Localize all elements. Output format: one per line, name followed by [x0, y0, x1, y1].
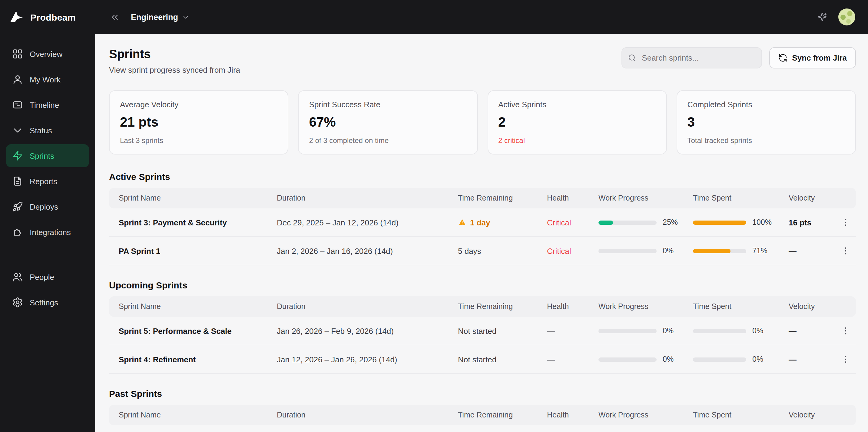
- sprint-name: Sprint 4: Refinement: [109, 355, 277, 364]
- header-controls: Sync from Jira: [621, 47, 856, 68]
- sidebar-item-deploys[interactable]: Deploys: [6, 195, 89, 218]
- main-content: Sprints View sprint progress synced from…: [95, 34, 868, 432]
- section-title: Upcoming Sprints: [109, 280, 856, 290]
- sync-from-jira-button[interactable]: Sync from Jira: [769, 47, 856, 68]
- column-header-health: Health: [547, 302, 598, 311]
- sync-button-label: Sync from Jira: [792, 53, 847, 62]
- stat-sub: 2 of 3 completed on time: [309, 136, 467, 145]
- sidebar-item-settings[interactable]: Settings: [6, 291, 89, 314]
- assistant-button[interactable]: [815, 9, 830, 25]
- sidebar-item-label: People: [30, 272, 54, 281]
- time-remaining-text: Not started: [458, 326, 496, 335]
- chevron-down-icon: [12, 125, 23, 136]
- sprint-duration: Dec 29, 2025 – Jan 12, 2026 (14d): [277, 218, 458, 227]
- time-remaining-text: 5 days: [458, 246, 481, 255]
- table-header-row: Sprint NameDurationTime RemainingHealthW…: [109, 405, 856, 425]
- active-sprints-section: Active SprintsSprint NameDurationTime Re…: [109, 172, 856, 266]
- row-menu-button[interactable]: [838, 351, 854, 367]
- stat-card-active-sprints: Active Sprints22 critical: [487, 90, 667, 154]
- search-input[interactable]: [621, 47, 762, 68]
- sprint-duration: Jan 2, 2026 – Jan 16, 2026 (14d): [277, 246, 458, 255]
- sidebar-item-label: Deploys: [30, 202, 58, 211]
- table-header-row: Sprint NameDurationTime RemainingHealthW…: [109, 188, 856, 209]
- row-actions: [837, 215, 856, 230]
- warning-icon: [458, 218, 466, 226]
- sidebar-item-label: Sprints: [30, 151, 54, 160]
- progress-label: 25%: [663, 218, 678, 226]
- stat-sub: 2 critical: [498, 136, 656, 145]
- sprint-name: Sprint 5: Performance & Scale: [109, 326, 277, 335]
- zap-icon: [12, 150, 23, 161]
- sidebar-item-people[interactable]: People: [6, 266, 89, 288]
- sidebar-item-overview[interactable]: Overview: [6, 42, 89, 65]
- stat-value: 67%: [309, 115, 467, 130]
- work-progress-cell: 0%: [598, 355, 693, 364]
- sidebar-item-timeline[interactable]: Timeline: [6, 93, 89, 116]
- sidebar-item-label: Reports: [30, 177, 57, 186]
- progress-label: 0%: [752, 327, 763, 335]
- sprint-row: Sprint 4: RefinementJan 12, 2026 – Jan 2…: [109, 345, 856, 374]
- stat-value: 3: [687, 115, 845, 130]
- sprint-sections: Active SprintsSprint NameDurationTime Re…: [109, 172, 856, 425]
- spent-progress-bar: [693, 220, 746, 224]
- workspace-switcher[interactable]: Engineering: [131, 12, 190, 22]
- health-status: Critical: [547, 246, 598, 255]
- stat-sub: Total tracked sprints: [687, 136, 845, 145]
- user-avatar[interactable]: [838, 8, 855, 26]
- progress-fill: [693, 249, 731, 253]
- row-actions: [837, 243, 856, 259]
- kebab-icon: [841, 354, 850, 364]
- topbar-right: [815, 8, 855, 26]
- column-header-work-progress: Work Progress: [598, 302, 693, 311]
- topbar-main: Engineering: [95, 0, 868, 34]
- chevron-small-down-icon: [182, 13, 190, 21]
- health-status: —: [547, 355, 598, 364]
- progress-label: 0%: [663, 327, 674, 335]
- sidebar: OverviewMy WorkTimelineStatusSprintsRepo…: [0, 34, 95, 432]
- sprint-duration: Jan 12, 2026 – Jan 26, 2026 (14d): [277, 355, 458, 364]
- work-progress-bar: [598, 220, 657, 224]
- sidebar-item-label: Overview: [30, 50, 62, 59]
- sprints-table: Sprint NameDurationTime RemainingHealthW…: [109, 188, 856, 266]
- work-progress-bar: [598, 357, 657, 362]
- velocity: —: [789, 246, 837, 255]
- page-heading-block: Sprints View sprint progress synced from…: [109, 47, 240, 74]
- sprint-name: Sprint 3: Payment & Security: [109, 218, 277, 227]
- sparkles-icon: [817, 12, 828, 22]
- column-header-time-spent: Time Spent: [693, 194, 789, 203]
- stat-label: Average Velocity: [120, 100, 278, 109]
- stat-label: Sprint Success Rate: [309, 100, 467, 109]
- column-header-time-remaining: Time Remaining: [458, 302, 547, 311]
- sidebar-item-status[interactable]: Status: [6, 119, 89, 142]
- sidebar-item-reports[interactable]: Reports: [6, 169, 89, 193]
- collapse-sidebar-button[interactable]: [107, 9, 122, 25]
- row-actions: [837, 323, 856, 339]
- progress-label: 0%: [663, 247, 674, 255]
- kebab-icon: [841, 217, 850, 227]
- column-header-work-progress: Work Progress: [598, 411, 693, 419]
- sprints-table: Sprint NameDurationTime RemainingHealthW…: [109, 405, 856, 425]
- row-menu-button[interactable]: [838, 323, 854, 339]
- sidebar-item-sprints[interactable]: Sprints: [6, 144, 89, 167]
- column-header-sprint-name: Sprint Name: [109, 302, 277, 311]
- sprints-table: Sprint NameDurationTime RemainingHealthW…: [109, 296, 856, 374]
- brand-name: Prodbeam: [30, 12, 76, 22]
- grid-icon: [12, 49, 23, 59]
- column-header-sprint-name: Sprint Name: [109, 194, 277, 203]
- sidebar-item-label: Status: [30, 126, 52, 135]
- column-header-duration: Duration: [277, 194, 458, 203]
- spent-progress-cell: 100%: [693, 218, 789, 226]
- rocket-icon: [12, 201, 23, 212]
- progress-label: 100%: [752, 218, 772, 226]
- user-icon: [12, 74, 23, 85]
- stat-value: 21 pts: [120, 115, 278, 130]
- refresh-icon: [778, 53, 787, 62]
- kebab-icon: [841, 326, 850, 336]
- row-menu-button[interactable]: [838, 243, 854, 259]
- sidebar-item-my-work[interactable]: My Work: [6, 68, 89, 91]
- row-menu-button[interactable]: [838, 215, 854, 230]
- spent-progress-cell: 0%: [693, 355, 789, 364]
- sidebar-item-integrations[interactable]: Integrations: [6, 220, 89, 244]
- workspace-name: Engineering: [131, 12, 178, 22]
- document-icon: [12, 176, 23, 187]
